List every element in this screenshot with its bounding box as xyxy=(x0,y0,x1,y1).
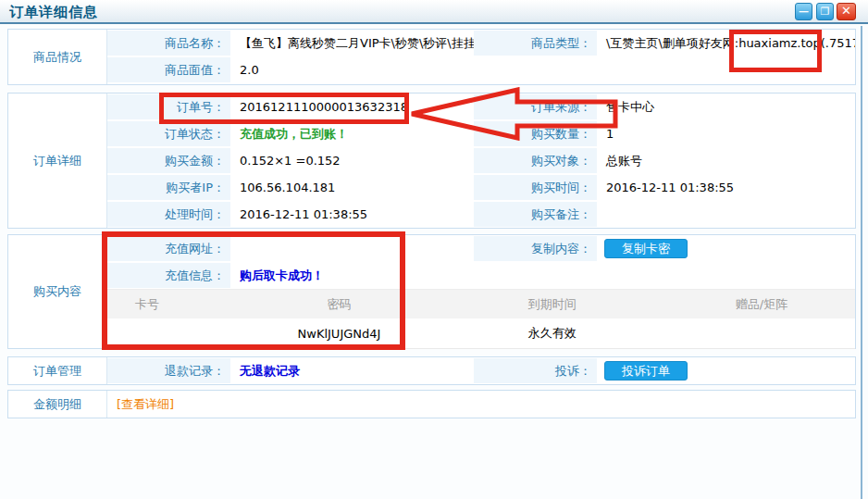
complaint-label: 投诉： xyxy=(474,358,597,383)
recharge-info-value: 购后取卡成功！ xyxy=(230,268,855,284)
product-name-label: 商品名称： xyxy=(107,31,230,56)
col-password: 密码 xyxy=(242,296,436,313)
row-product-name: 商品名称： 【鱼飞】离线秒赞二月VIP卡\秒赞\秒评\挂挂 商品类型： \互赞主… xyxy=(107,30,855,56)
buy-time-value: 2016-12-11 01:38:55 xyxy=(597,181,855,194)
order-source-value: 售卡中心 xyxy=(597,99,855,116)
buy-quantity-value: 1 xyxy=(597,127,855,141)
section-label-manage: 订单管理 xyxy=(8,357,107,384)
copy-content-label: 复制内容： xyxy=(474,236,597,261)
product-name-value: 【鱼飞】离线秒赞二月VIP卡\秒赞\秒评\挂挂 xyxy=(230,35,474,52)
close-icon[interactable]: ✕ xyxy=(837,3,856,20)
complaint-cell: 投诉订单 xyxy=(597,361,855,380)
buy-time-label: 购买时间： xyxy=(474,175,597,200)
copy-card-button[interactable]: 复制卡密 xyxy=(604,239,688,258)
process-time-value: 2016-12-11 01:38:55 xyxy=(230,207,474,221)
card-table-header: 卡号 密码 到期时间 赠品/矩阵 xyxy=(107,289,855,318)
row-recharge-info: 充值信息： 购后取卡成功！ xyxy=(107,262,855,289)
titlebar: 订单详细信息 — ❐ ✕ xyxy=(0,0,868,24)
order-number-value: 2016121110000013632318 xyxy=(230,100,474,114)
recharge-url-label: 充值网址： xyxy=(107,236,230,261)
product-type-value: \互赞主页\删单项好友网:huaxiamz.top(.7517 xyxy=(597,35,855,52)
card-table: 卡号 密码 到期时间 赠品/矩阵 NwKlJUJGNd4J 永久有效 xyxy=(107,289,855,349)
row-product-face: 商品面值： 2.0 xyxy=(107,56,855,83)
complain-order-button[interactable]: 投诉订单 xyxy=(604,361,688,380)
buyer-ip-label: 购买者IP： xyxy=(107,175,230,200)
buy-amount-value: 0.152×1 =0.152 xyxy=(230,154,474,168)
row-order-status: 订单状态： 充值成功，已到账！ 购买数量： 1 xyxy=(107,120,855,147)
panel-order-detail: 订单详细 订单号： 2016121110000013632318 订单来源： 售… xyxy=(7,93,856,229)
section-label-product: 商品情况 xyxy=(8,30,107,84)
section-label-content: 购买内容 xyxy=(8,235,107,348)
order-number-label: 订单号： xyxy=(107,94,230,119)
row-refund: 退款记录： 无退款记录 投诉： 投诉订单 xyxy=(107,357,855,384)
col-expire-time: 到期时间 xyxy=(437,296,668,313)
row-buyer-ip: 购买者IP： 106.56.104.181 购买时间： 2016-12-11 0… xyxy=(107,174,855,201)
panel-purchase-content: 购买内容 充值网址： 复制内容： 复制卡密 充值信息： 购后取卡成功！ 卡号 密… xyxy=(7,234,856,349)
minimize-icon[interactable]: — xyxy=(795,3,812,20)
col-card-number: 卡号 xyxy=(107,296,242,313)
order-status-value: 充值成功，已到账！ xyxy=(230,126,474,143)
section-label-amount: 金额明细 xyxy=(8,391,107,418)
product-face-value: 2.0 xyxy=(230,63,855,77)
expire-time-value: 永久有效 xyxy=(437,325,668,342)
view-detail-link[interactable]: [查看详细] xyxy=(107,396,174,413)
section-label-order: 订单详细 xyxy=(8,94,107,228)
product-type-label: 商品类型： xyxy=(474,31,597,56)
buy-amount-label: 购买金额： xyxy=(107,148,230,173)
row-recharge-url: 充值网址： 复制内容： 复制卡密 xyxy=(107,235,855,262)
window-title: 订单详细信息 xyxy=(9,4,98,21)
window-right-border xyxy=(861,26,862,499)
buy-target-value: 总账号 xyxy=(597,153,855,169)
panel-order-manage: 订单管理 退款记录： 无退款记录 投诉： 投诉订单 xyxy=(7,356,856,385)
order-source-label: 订单来源： xyxy=(474,94,597,119)
buy-target-label: 购买对象： xyxy=(474,148,597,173)
panel-product-info: 商品情况 商品名称： 【鱼飞】离线秒赞二月VIP卡\秒赞\秒评\挂挂 商品类型：… xyxy=(7,29,856,85)
row-buy-amount: 购买金额： 0.152×1 =0.152 购买对象： 总账号 xyxy=(107,147,855,174)
product-face-label: 商品面值： xyxy=(107,57,230,82)
refund-record-value: 无退款记录 xyxy=(230,363,474,380)
panel-amount-detail: 金额明细 [查看详细] xyxy=(7,390,856,418)
buy-remark-label: 购买备注： xyxy=(474,202,597,227)
process-time-label: 处理时间： xyxy=(107,202,230,227)
password-value: NwKlJUJGNd4J xyxy=(242,327,436,341)
maximize-icon[interactable]: ❐ xyxy=(816,3,834,20)
buy-quantity-label: 购买数量： xyxy=(474,121,597,146)
copy-content-cell: 复制卡密 xyxy=(597,239,855,258)
row-order-number: 订单号： 2016121110000013632318 订单来源： 售卡中心 xyxy=(107,94,855,120)
recharge-info-label: 充值信息： xyxy=(107,263,230,288)
order-status-label: 订单状态： xyxy=(107,121,230,146)
row-amount-detail: [查看详细] xyxy=(107,391,855,418)
col-gift-matrix: 赠品/矩阵 xyxy=(668,296,855,313)
buyer-ip-value: 106.56.104.181 xyxy=(230,181,474,194)
refund-record-label: 退款记录： xyxy=(107,358,230,383)
card-table-row: NwKlJUJGNd4J 永久有效 xyxy=(107,318,855,349)
row-process-time: 处理时间： 2016-12-11 01:38:55 购买备注： xyxy=(107,201,855,228)
